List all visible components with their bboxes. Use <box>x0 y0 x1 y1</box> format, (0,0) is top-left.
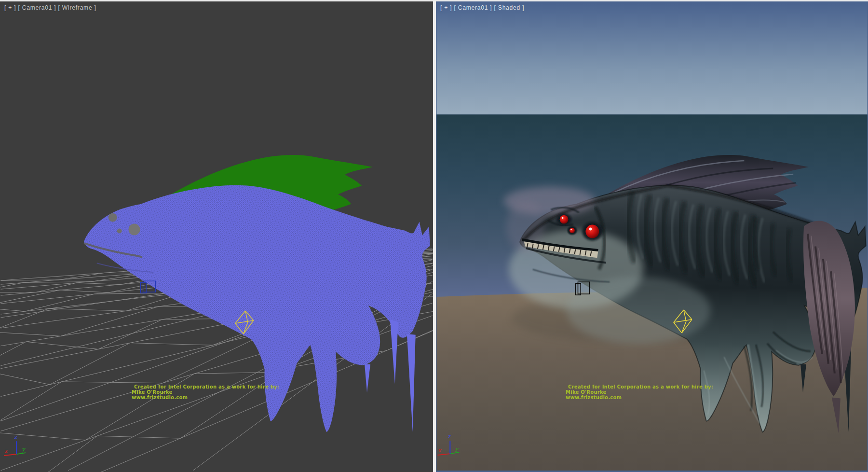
eye-small-red <box>570 228 575 233</box>
shaded-canvas: x y z <box>436 1 868 472</box>
eye-large-red <box>585 225 599 238</box>
credit-line-3: www.frizstudio.com <box>132 395 279 400</box>
eye-medium-red <box>560 215 569 224</box>
credit-line-3: www.frizstudio.com <box>566 395 713 400</box>
credit-text: Created for Intel Corporation as a work … <box>132 384 279 400</box>
credit-line-2: Mike O'Rourke <box>566 389 713 395</box>
credit-line-2: Mike O'Rourke <box>132 389 279 395</box>
belly-highlight-2 <box>567 277 711 344</box>
viewport-wireframe[interactable]: x y z [ + ] [ Camera01 ] [ Wireframe ] C… <box>0 1 433 472</box>
dual-viewport-3d-app: x y z [ + ] [ Camera01 ] [ Wireframe ] C… <box>0 0 868 472</box>
credit-line-1: Created for Intel Corporation as a work … <box>566 384 713 389</box>
sky-background <box>436 1 867 114</box>
viewport-shaded[interactable]: x y z [ + ] [ Camera01 ] [ Shaded ] Crea… <box>436 1 868 472</box>
viewport-label-shaded[interactable]: [ + ] [ Camera01 ] [ Shaded ] <box>440 4 524 11</box>
viewport-label-wireframe[interactable]: [ + ] [ Camera01 ] [ Wireframe ] <box>4 4 96 11</box>
credit-text: Created for Intel Corporation as a work … <box>566 384 713 400</box>
credit-line-1: Created for Intel Corporation as a work … <box>132 384 279 389</box>
wireframe-canvas: x y z <box>0 1 433 472</box>
